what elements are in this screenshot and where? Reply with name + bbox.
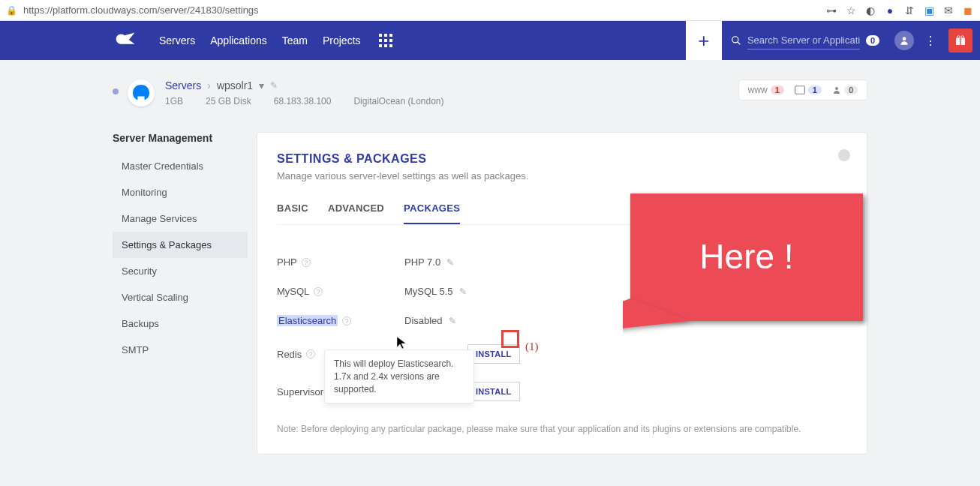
annotation-highlight-box bbox=[501, 330, 519, 348]
svg-rect-2 bbox=[389, 34, 392, 37]
ext-icon-2[interactable]: ● bbox=[884, 4, 896, 16]
svg-point-15 bbox=[957, 36, 960, 38]
url-text: https://platform.cloudways.com/server/24… bbox=[23, 4, 819, 16]
nav-links: Servers Applications Team Projects bbox=[159, 34, 361, 46]
top-nav-right: + 0 ⋮ bbox=[686, 21, 980, 60]
ext-icon-5[interactable]: ✉ bbox=[942, 4, 954, 16]
install-supervisord-button[interactable]: INSTALL bbox=[467, 382, 520, 401]
stat-users[interactable]: 0 bbox=[832, 86, 858, 94]
svg-line-10 bbox=[738, 42, 741, 45]
elasticsearch-tooltip: This will deploy Elasticsearch. 1.7x and… bbox=[324, 350, 474, 404]
svg-rect-6 bbox=[379, 44, 382, 47]
ext-icon-4[interactable]: ▣ bbox=[923, 4, 935, 16]
nav-applications[interactable]: Applications bbox=[210, 34, 267, 46]
breadcrumb-root[interactable]: Servers bbox=[165, 80, 201, 92]
svg-rect-5 bbox=[389, 39, 392, 42]
svg-rect-8 bbox=[389, 44, 392, 47]
edit-elasticsearch-icon[interactable]: ✎ bbox=[449, 316, 456, 326]
help-icon[interactable] bbox=[838, 149, 850, 161]
sidebar-item-manage-services[interactable]: Manage Services bbox=[113, 206, 248, 232]
server-name: wpsolr1 bbox=[217, 80, 253, 92]
avatar[interactable] bbox=[894, 31, 914, 50]
gift-button[interactable] bbox=[948, 28, 972, 52]
ext-icon-3[interactable]: ⇵ bbox=[903, 4, 915, 16]
star-icon[interactable]: ☆ bbox=[845, 4, 857, 16]
annotation-callout: Here ! bbox=[623, 186, 878, 381]
stat-apps[interactable]: 1 bbox=[795, 86, 822, 94]
nav-servers[interactable]: Servers bbox=[159, 34, 195, 46]
edit-mysql-icon[interactable]: ✎ bbox=[459, 286, 467, 297]
nav-team[interactable]: Team bbox=[282, 34, 308, 46]
breadcrumb: Servers › wpsolr1 ▾ ✎ bbox=[165, 80, 444, 92]
pkg-label-elasticsearch: Elasticsearch bbox=[277, 315, 338, 326]
chevron-right-icon: › bbox=[207, 80, 211, 92]
key-icon[interactable]: ⊶ bbox=[825, 4, 837, 16]
stat-users-count: 0 bbox=[844, 86, 858, 94]
svg-point-16 bbox=[961, 36, 963, 38]
grid-icon[interactable] bbox=[379, 34, 392, 47]
pkg-value-mysql: MySQL 5.5 bbox=[404, 286, 453, 297]
pkg-label-redis: Redis bbox=[277, 349, 302, 360]
info-icon[interactable]: ? bbox=[302, 258, 311, 267]
rename-icon[interactable]: ✎ bbox=[270, 80, 278, 91]
svg-rect-17 bbox=[795, 86, 804, 94]
info-icon[interactable]: ? bbox=[314, 287, 323, 296]
server-header: Servers › wpsolr1 ▾ ✎ 1GB 25 GB Disk 68.… bbox=[113, 80, 867, 106]
stat-www[interactable]: www 1 bbox=[748, 85, 784, 95]
ext-icon-6[interactable]: ◼ bbox=[962, 4, 974, 16]
stat-www-count: 1 bbox=[771, 86, 784, 94]
nav-projects[interactable]: Projects bbox=[323, 34, 361, 46]
pkg-label-mysql: MySQL bbox=[277, 286, 309, 297]
pkg-value-php: PHP 7.0 bbox=[404, 256, 440, 268]
stat-apps-count: 1 bbox=[808, 86, 822, 94]
sidebar-item-vertical-scaling[interactable]: Vertical Scaling bbox=[113, 284, 248, 310]
sidebar-item-backups[interactable]: Backups bbox=[113, 310, 248, 337]
sidebar-item-settings-packages[interactable]: Settings & Packages bbox=[113, 232, 248, 258]
stat-www-label: www bbox=[748, 85, 768, 95]
sidebar-item-security[interactable]: Security bbox=[113, 258, 248, 284]
card-note: Note: Before deploying any particular pa… bbox=[277, 424, 847, 434]
svg-point-11 bbox=[903, 37, 906, 40]
tab-advanced[interactable]: ADVANCED bbox=[328, 202, 384, 224]
cloudways-logo[interactable] bbox=[113, 31, 141, 50]
search-input[interactable] bbox=[747, 32, 860, 50]
menu-dots-icon[interactable]: ⋮ bbox=[924, 34, 936, 48]
info-icon[interactable]: ? bbox=[306, 350, 315, 358]
svg-rect-4 bbox=[384, 39, 387, 42]
chevron-down-icon[interactable]: ▾ bbox=[259, 80, 264, 92]
add-button[interactable]: + bbox=[686, 21, 722, 60]
ext-icon-1[interactable]: ◐ bbox=[864, 4, 876, 16]
annotation-number: (1) bbox=[525, 340, 539, 353]
sidebar-title: Server Management bbox=[113, 132, 248, 144]
edit-php-icon[interactable]: ✎ bbox=[446, 257, 454, 268]
meta-provider: DigitalOcean (London) bbox=[353, 96, 443, 106]
sidebar: Server Management Master Credentials Mon… bbox=[113, 132, 248, 363]
tab-basic[interactable]: BASIC bbox=[277, 202, 308, 224]
sidebar-item-smtp[interactable]: SMTP bbox=[113, 337, 248, 363]
sidebar-item-monitoring[interactable]: Monitoring bbox=[113, 179, 248, 206]
info-icon[interactable]: ? bbox=[342, 316, 351, 326]
sidebar-item-master-credentials[interactable]: Master Credentials bbox=[113, 153, 248, 179]
search-count-badge: 0 bbox=[866, 35, 879, 46]
svg-rect-14 bbox=[960, 38, 960, 45]
apps-icon bbox=[795, 86, 805, 94]
svg-rect-3 bbox=[379, 39, 382, 42]
meta-ip: 68.183.38.100 bbox=[274, 96, 332, 106]
svg-point-9 bbox=[732, 37, 738, 43]
server-meta: 1GB 25 GB Disk 68.183.38.100 DigitalOcea… bbox=[165, 96, 444, 106]
svg-rect-7 bbox=[384, 44, 387, 47]
provider-logo bbox=[128, 80, 155, 106]
card-subtitle: Manage various server-level settings as … bbox=[277, 170, 847, 182]
status-dot bbox=[113, 88, 119, 94]
server-stats-box: www 1 1 0 bbox=[738, 80, 867, 100]
top-nav: Servers Applications Team Projects + 0 ⋮ bbox=[0, 21, 980, 60]
tab-packages[interactable]: PACKAGES bbox=[404, 202, 460, 224]
card-title: SETTINGS & PACKAGES bbox=[277, 152, 847, 166]
search-icon bbox=[731, 35, 741, 46]
pkg-label-supervisord: Supervisord bbox=[277, 386, 329, 398]
users-icon bbox=[832, 86, 841, 94]
lock-icon: 🔒 bbox=[6, 5, 17, 16]
pkg-value-elasticsearch: Disabled bbox=[404, 315, 443, 326]
meta-ram: 1GB bbox=[165, 96, 183, 106]
browser-url-bar: 🔒 https://platform.cloudways.com/server/… bbox=[0, 0, 980, 21]
